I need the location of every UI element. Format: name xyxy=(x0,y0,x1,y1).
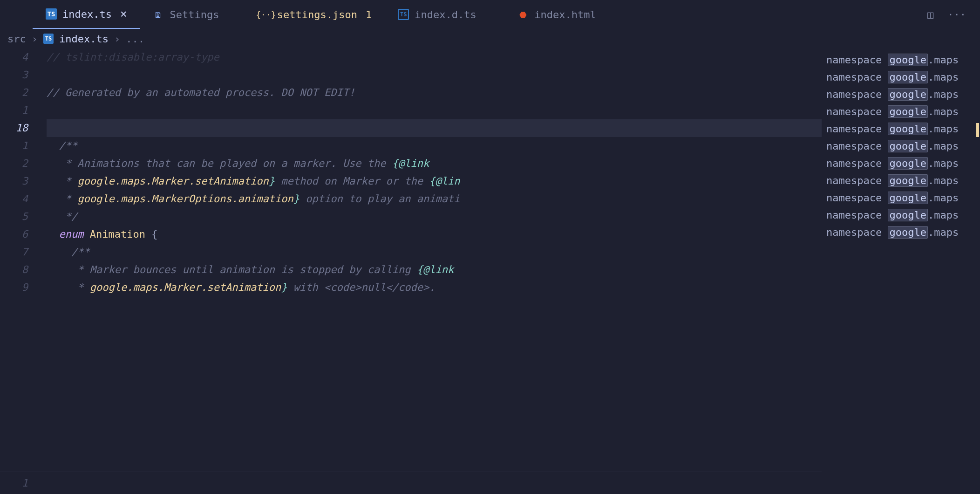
reference-result[interactable]: namespace google.maps xyxy=(822,51,980,69)
line-number: 7 xyxy=(0,243,47,261)
comment-text: // tslint:disable:array-type xyxy=(47,51,219,63)
ref-match: google xyxy=(888,88,927,101)
ref-match: google xyxy=(888,105,927,118)
code-line[interactable]: 2 // Generated by an automated process. … xyxy=(0,84,822,102)
ref-match: google xyxy=(888,71,927,83)
code-line[interactable]: 8 * Marker bounces until animation is st… xyxy=(0,261,822,279)
code-editor[interactable]: 4 // tslint:disable:array-type 3 2 // Ge… xyxy=(0,48,822,494)
typescript-defs-icon: TS xyxy=(398,9,409,20)
ref-post: .maps xyxy=(928,192,959,204)
ref-pre: namespace xyxy=(826,71,888,83)
tab-label: index.html xyxy=(534,9,596,21)
ref-post: .maps xyxy=(928,226,959,238)
jsdoc-link: {@link xyxy=(386,158,429,169)
ref-pre: namespace xyxy=(826,54,888,66)
jsdoc-close: } xyxy=(293,193,299,205)
line-number: 8 xyxy=(0,261,47,279)
code-line-current[interactable]: 18 declare namespace google.maps { xyxy=(0,119,822,137)
ref-pre: namespace xyxy=(826,89,888,100)
reference-result[interactable]: namespace google.maps xyxy=(822,120,980,137)
ref-post: .maps xyxy=(928,54,959,66)
ref-match: google xyxy=(888,123,927,135)
ref-pre: namespace xyxy=(826,192,888,204)
breadcrumb[interactable]: src › TS index.ts › ... xyxy=(0,29,980,48)
line-number: 4 xyxy=(0,190,47,208)
chevron-right-icon: › xyxy=(114,33,120,45)
ref-post: .maps xyxy=(928,106,959,117)
ref-post: .maps xyxy=(928,123,959,135)
code-line[interactable]: 1 xyxy=(0,102,822,119)
breadcrumb-segment[interactable]: ... xyxy=(126,33,144,45)
html5-icon: ⬣ xyxy=(517,9,529,20)
code-line[interactable]: 9 * google.maps.Marker.setAnimation} wit… xyxy=(0,279,822,296)
line-number: 2 xyxy=(0,84,47,102)
ref-post: .maps xyxy=(928,89,959,100)
editor-workspace: 4 // tslint:disable:array-type 3 2 // Ge… xyxy=(0,48,980,494)
code-line[interactable]: 5 */ xyxy=(0,208,822,226)
ref-match: google xyxy=(888,54,927,66)
chevron-right-icon: › xyxy=(32,33,38,45)
tab-settings[interactable]: 🗎 Settings × xyxy=(140,0,247,29)
reference-result[interactable]: namespace google.maps xyxy=(822,155,980,172)
code-line[interactable]: 4 * google.maps.MarkerOptions.animation}… xyxy=(0,190,822,208)
close-icon[interactable]: × xyxy=(120,8,127,20)
line-number: 4 xyxy=(0,48,47,66)
ref-pre: namespace xyxy=(826,123,888,135)
tab-bar: TS index.ts × 🗎 Settings × {··} settings… xyxy=(0,0,980,29)
type-name: Animation xyxy=(90,228,145,240)
jsdoc-link: {@link xyxy=(410,264,454,275)
ref-match: google xyxy=(888,157,927,170)
code-line[interactable]: 2 * Animations that can be played on a m… xyxy=(0,155,822,172)
code-line[interactable]: 1 xyxy=(0,472,822,494)
ref-match: google xyxy=(888,209,927,221)
references-panel[interactable]: namespace google.mapsnamespace google.ma… xyxy=(822,48,980,494)
keyword: enum xyxy=(59,228,84,240)
reference-result[interactable]: namespace google.maps xyxy=(822,189,980,206)
ref-pre: namespace xyxy=(826,209,888,221)
ref-post: .maps xyxy=(928,71,959,83)
ref-pre: namespace xyxy=(826,106,888,117)
file-icon: 🗎 xyxy=(153,9,164,20)
reference-result[interactable]: namespace google.maps xyxy=(822,224,980,241)
reference-result[interactable]: namespace google.maps xyxy=(822,69,980,86)
ref-pre: namespace xyxy=(826,175,888,186)
more-actions-icon[interactable]: ··· xyxy=(947,9,966,21)
scroll-marker xyxy=(976,123,979,137)
doc-star: * xyxy=(71,281,84,293)
split-editor-icon[interactable]: ◫ xyxy=(927,9,933,21)
code-line[interactable]: 3 * google.maps.Marker.setAnimation} met… xyxy=(0,172,822,190)
reference-result[interactable]: namespace google.maps xyxy=(822,172,980,189)
tab-index-ts[interactable]: TS index.ts × xyxy=(33,0,140,29)
doc-star: * xyxy=(59,193,72,205)
code-line[interactable]: 4 // tslint:disable:array-type xyxy=(0,48,822,66)
line-number: 1 xyxy=(0,102,47,119)
doc-star: * xyxy=(59,158,72,169)
breadcrumb-segment[interactable]: src xyxy=(7,33,26,45)
code-line[interactable]: 7 /** xyxy=(0,243,822,261)
tab-index-d-ts[interactable]: TS index.d.ts × xyxy=(385,0,504,29)
ref-pre: namespace xyxy=(826,140,888,152)
line-number: 1 xyxy=(0,472,47,494)
doc-ref: google.maps.Marker.setAnimation xyxy=(83,281,281,293)
tab-label: settings.json xyxy=(277,9,357,21)
doc-text: Marker bounces until animation is stoppe… xyxy=(83,264,410,275)
tab-label: index.ts xyxy=(62,8,112,20)
reference-result[interactable]: namespace google.maps xyxy=(822,137,980,155)
typescript-icon: TS xyxy=(43,34,54,44)
code-line[interactable]: 1 /** xyxy=(0,137,822,155)
line-number: 1 xyxy=(0,137,47,155)
tab-index-html[interactable]: ⬣ index.html × xyxy=(504,0,624,29)
doc-open: /** xyxy=(71,246,90,258)
reference-result[interactable]: namespace google.maps xyxy=(822,206,980,224)
reference-result[interactable]: namespace google.maps xyxy=(822,86,980,103)
code-line[interactable]: 3 xyxy=(0,66,822,84)
code-line[interactable]: 6 enum Animation { xyxy=(0,226,822,243)
breadcrumb-segment[interactable]: index.ts xyxy=(59,33,109,45)
doc-ref: google.maps.MarkerOptions.animation xyxy=(71,193,293,205)
ref-post: .maps xyxy=(928,175,959,186)
tab-settings-json[interactable]: {··} settings.json 1 xyxy=(247,0,385,29)
jsdoc-close: } xyxy=(269,175,275,187)
ref-match: google xyxy=(888,140,927,152)
reference-result[interactable]: namespace google.maps xyxy=(822,103,980,120)
ref-pre: namespace xyxy=(826,158,888,169)
